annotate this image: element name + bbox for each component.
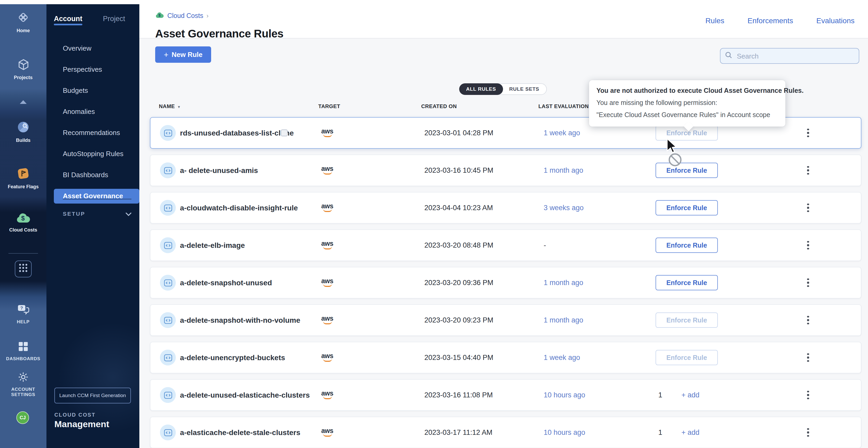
created-on-value: 2023-03-20 08:48 PM xyxy=(424,241,493,249)
table-row[interactable]: a-cloudwatch-disable-insight-rule aws 20… xyxy=(150,192,861,223)
sidebar-item-recommendations[interactable]: Recommendations xyxy=(46,126,140,140)
table-row[interactable]: a- delete-unused-amis aws 2023-03-16 10:… xyxy=(150,154,861,186)
tooltip-line: You are not authorized to execute Cloud … xyxy=(596,85,778,97)
rail-item-label: ACCOUNT SETTINGS xyxy=(1,386,45,398)
enforce-rule-button[interactable]: Enforce Rule xyxy=(656,275,718,290)
row-menu-button[interactable] xyxy=(804,128,812,138)
cloud-costs-icon: $ xyxy=(155,11,164,20)
rail-item-feature-flags[interactable]: Feature Flags xyxy=(1,167,45,190)
rail-item-builds[interactable]: Builds xyxy=(1,120,45,143)
created-on-value: 2023-03-15 04:40 PM xyxy=(424,354,493,361)
new-rule-button[interactable]: + New Rule xyxy=(155,46,211,63)
grid-dots-icon xyxy=(19,263,28,275)
header-nav-links: RulesEnforcementsEvaluations xyxy=(706,16,855,25)
row-menu-button[interactable] xyxy=(804,203,812,212)
table-row[interactable]: a-delete-snapshot-unused aws 2023-03-20 … xyxy=(150,267,861,299)
cloud-costs-icon: $ xyxy=(1,212,45,226)
setup-section-toggle[interactable]: SETUP xyxy=(63,209,131,218)
sidebar-item-autostopping-rules[interactable]: AutoStopping Rules xyxy=(46,147,140,161)
sidebar-item-bi-dashboards[interactable]: BI Dashboards xyxy=(46,168,140,182)
launch-ccm-first-gen-button[interactable]: Launch CCM First Generation xyxy=(54,388,131,404)
rule-name[interactable]: a-delete-unencrypted-buckets xyxy=(180,353,285,362)
row-menu-button[interactable] xyxy=(804,278,812,287)
header-link-enforcements[interactable]: Enforcements xyxy=(747,16,793,25)
app-root: HomeProjectsBuildsFeature Flags$Cloud Co… xyxy=(0,0,868,448)
aws-target-logo: aws xyxy=(319,428,335,437)
table-row[interactable]: a-delete-unused-elasticache-clusters aws… xyxy=(150,379,861,411)
help-chat-icon: ? xyxy=(1,304,45,317)
sidebar-item-overview[interactable]: Overview xyxy=(46,41,140,56)
rail-item-label: DASHBOARDS xyxy=(1,356,45,361)
rail-item-account-settings[interactable]: ACCOUNT SETTINGS xyxy=(1,371,45,398)
tab-project[interactable]: Project xyxy=(103,15,125,23)
user-avatar[interactable]: CJ xyxy=(17,411,29,424)
column-header-name[interactable]: NAME▾ xyxy=(159,103,180,109)
enforce-rule-button[interactable]: Enforce Rule xyxy=(656,238,718,253)
sort-desc-icon: ▾ xyxy=(178,105,180,109)
rail-item-projects[interactable]: Projects xyxy=(1,58,45,81)
rule-name[interactable]: a-delete-snapshot-unused xyxy=(180,278,272,287)
rail-item-label: HELP xyxy=(1,319,45,324)
sidebar-item-asset-governance[interactable]: Asset Governance xyxy=(54,189,140,204)
aws-target-logo: aws xyxy=(319,353,335,362)
last-evaluation-value[interactable]: 1 month ago xyxy=(544,316,583,324)
setup-label: SETUP xyxy=(63,210,85,217)
table-row[interactable]: a-delete-unencrypted-buckets aws 2023-03… xyxy=(150,342,861,373)
enforce-rule-button[interactable]: Enforce Rule xyxy=(656,200,718,215)
toggle-all-rules[interactable]: ALL RULES xyxy=(459,83,503,95)
header-link-evaluations[interactable]: Evaluations xyxy=(816,16,855,25)
last-evaluation-value[interactable]: 1 month ago xyxy=(544,166,583,174)
last-evaluation-value[interactable]: 10 hours ago xyxy=(544,428,585,437)
rule-name[interactable]: a-delete-snapshot-with-no-volume xyxy=(180,316,300,324)
svg-text:$: $ xyxy=(158,13,160,18)
rule-name[interactable]: a-delete-unused-elasticache-clusters xyxy=(180,391,310,399)
rail-item-help[interactable]: ?HELP xyxy=(1,304,45,324)
rule-icon xyxy=(160,275,176,290)
rule-name[interactable]: a- delete-unused-amis xyxy=(180,166,258,175)
builds-icon xyxy=(1,120,45,136)
add-enforcement-link[interactable]: + add xyxy=(681,428,700,437)
tab-account[interactable]: Account xyxy=(54,15,82,23)
last-evaluation-value[interactable]: 1 month ago xyxy=(544,279,583,287)
rule-name[interactable]: a-delete-elb-image xyxy=(180,241,245,249)
row-checkbox[interactable] xyxy=(281,130,288,136)
rule-name[interactable]: a-cloudwatch-disable-insight-rule xyxy=(180,204,298,212)
enforce-rule-button[interactable]: Enforce Rule xyxy=(656,163,718,178)
module-picker-button[interactable] xyxy=(15,261,32,277)
rail-item-dashboards[interactable]: DASHBOARDS xyxy=(1,341,45,361)
scope-tabs: AccountProject xyxy=(54,15,125,23)
row-menu-button[interactable] xyxy=(804,353,812,362)
last-evaluation-value[interactable]: 3 weeks ago xyxy=(544,204,584,212)
sidebar-item-perspectives[interactable]: Perspectives xyxy=(46,62,140,77)
add-enforcement-link[interactable]: + add xyxy=(681,391,700,399)
search-input[interactable] xyxy=(736,51,854,60)
last-evaluation-value[interactable]: 10 hours ago xyxy=(544,391,585,399)
table-row[interactable]: a-delete-snapshot-with-no-volume aws 202… xyxy=(150,304,861,336)
row-menu-button[interactable] xyxy=(804,166,812,175)
search-box[interactable] xyxy=(720,48,859,64)
rail-item-home[interactable]: Home xyxy=(1,10,45,34)
rail-collapse-button[interactable] xyxy=(1,97,45,108)
breadcrumb-cloud-costs-link[interactable]: Cloud Costs xyxy=(167,12,203,20)
rule-name[interactable]: rds-unused-databases-list-clone xyxy=(180,129,294,137)
last-evaluation-value[interactable]: 1 week ago xyxy=(544,129,580,137)
row-menu-button[interactable] xyxy=(804,240,812,250)
row-menu-button[interactable] xyxy=(804,428,812,437)
table-row[interactable]: a-delete-elb-image aws 2023-03-20 08:48 … xyxy=(150,230,861,261)
sidebar-item-budgets[interactable]: Budgets xyxy=(46,83,140,98)
created-on-value: 2023-03-20 09:36 PM xyxy=(424,279,493,287)
rail-item-label: Projects xyxy=(1,75,45,81)
row-menu-button[interactable] xyxy=(804,390,812,400)
last-evaluation-value[interactable]: 1 week ago xyxy=(544,354,580,361)
row-menu-button[interactable] xyxy=(804,315,812,325)
sidebar-item-anomalies[interactable]: Anomalies xyxy=(46,104,140,119)
menu-divider xyxy=(63,199,131,199)
aws-target-logo: aws xyxy=(319,204,335,212)
header-link-rules[interactable]: Rules xyxy=(706,16,724,25)
brand-eyebrow: CLOUD COST xyxy=(54,412,96,418)
rail-item-cloud-costs[interactable]: $Cloud Costs xyxy=(1,212,45,233)
rule-name[interactable]: a-elasticache-delete-stale-clusters xyxy=(180,428,300,437)
toggle-rule-sets[interactable]: RULE SETS xyxy=(502,84,546,94)
table-row[interactable]: a-elasticache-delete-stale-clusters aws … xyxy=(150,417,861,448)
rules-table: rds-unused-databases-list-clone aws 2023… xyxy=(150,117,861,448)
